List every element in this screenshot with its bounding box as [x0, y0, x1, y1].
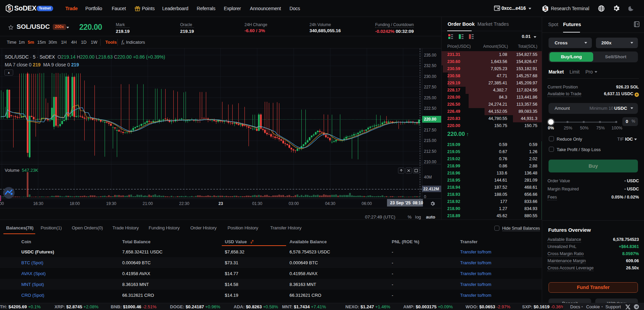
svg-text:0: 0 [424, 194, 426, 199]
svg-text:210.00: 210.00 [424, 160, 436, 164]
svg-text:227.50: 227.50 [424, 85, 436, 89]
svg-text:04:30: 04:30 [325, 201, 335, 206]
svg-text:21:00: 21:00 [143, 201, 153, 206]
svg-text:08:10: 08:10 [413, 201, 423, 205]
svg-text:235.00: 235.00 [424, 53, 436, 58]
svg-text:23 Sep '25: 23 Sep '25 [390, 201, 411, 205]
svg-text:19:30: 19:30 [106, 201, 116, 206]
svg-text:06:00: 06:00 [362, 201, 372, 206]
svg-text:212.50: 212.50 [424, 149, 436, 154]
svg-text:16:30: 16:30 [33, 201, 43, 206]
svg-text:220.00: 220.00 [424, 117, 436, 122]
svg-text:15:00: 15:00 [0, 201, 4, 206]
svg-text:23: 23 [218, 201, 223, 206]
svg-text:01:30: 01:30 [252, 201, 262, 206]
svg-text:222.50: 222.50 [424, 106, 436, 111]
svg-text:40M: 40M [424, 175, 432, 180]
svg-text:22.412M: 22.412M [423, 187, 439, 191]
svg-text:18:00: 18:00 [70, 201, 80, 206]
svg-text:22:30: 22:30 [179, 201, 189, 206]
svg-text:232.50: 232.50 [424, 63, 436, 68]
svg-text:225.00: 225.00 [424, 96, 436, 100]
svg-text:215.00: 215.00 [424, 138, 436, 143]
svg-text:?: ? [637, 23, 639, 26]
svg-text:03:00: 03:00 [288, 201, 299, 206]
svg-text:230.00: 230.00 [424, 74, 436, 79]
svg-text:217.50: 217.50 [424, 128, 436, 132]
